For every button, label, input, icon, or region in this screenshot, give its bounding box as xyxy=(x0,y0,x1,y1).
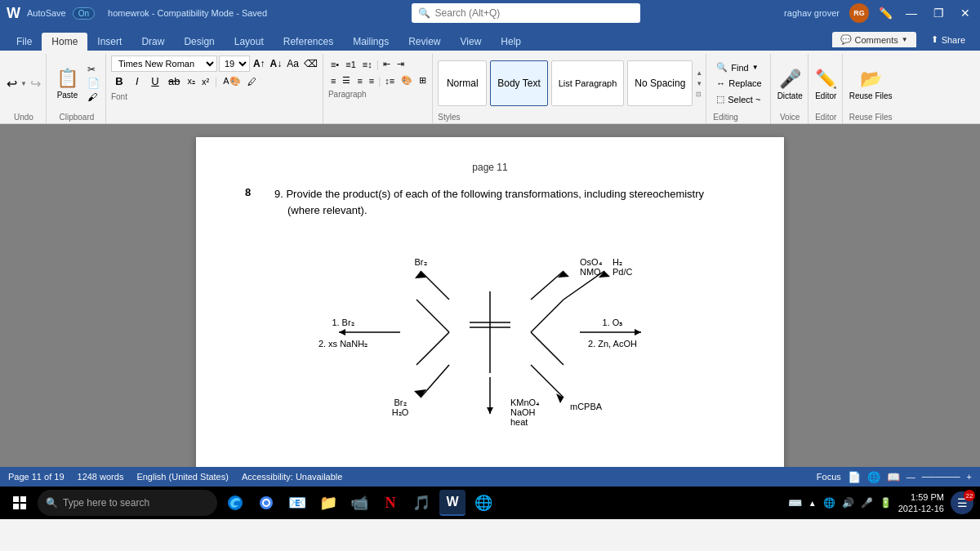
tab-mailings[interactable]: Mailings xyxy=(343,33,399,51)
highlight-btn[interactable]: 🖊 xyxy=(245,75,259,88)
taskbar-edge[interactable] xyxy=(222,490,248,516)
focus-btn[interactable]: Focus xyxy=(817,472,841,482)
paste-btn[interactable]: 📋 Paste xyxy=(51,56,83,111)
taskbar-folder[interactable]: 📁 xyxy=(315,490,341,516)
pen-icon[interactable]: ✏️ xyxy=(879,7,893,20)
taskbar-netflix[interactable]: N xyxy=(377,490,403,516)
superscript-btn[interactable]: x² xyxy=(199,75,212,88)
taskbar-word[interactable]: W xyxy=(439,490,466,516)
underline-btn[interactable]: U xyxy=(147,73,163,89)
select-btn[interactable]: ⬚ Select ~ xyxy=(713,92,764,106)
replace-btn[interactable]: ↔ Replace xyxy=(713,77,764,90)
notification-badge[interactable]: ☰ 22 xyxy=(951,491,973,514)
strikethrough-btn[interactable]: ab xyxy=(165,73,183,89)
taskbar-earth[interactable]: 🌐 xyxy=(470,490,497,516)
align-left-btn[interactable]: ≡ xyxy=(328,74,338,87)
zoom-out-btn[interactable]: — xyxy=(906,472,915,482)
align-right-btn[interactable]: ≡ xyxy=(354,74,364,87)
titlebar: W AutoSave On homewrok - Compatibility M… xyxy=(0,0,980,26)
tab-view[interactable]: View xyxy=(451,33,492,51)
undo-arrow[interactable]: ▼ xyxy=(20,80,27,87)
tab-file[interactable]: File xyxy=(7,33,42,51)
comments-btn[interactable]: 💬 Comments ▼ xyxy=(832,32,916,47)
font-size-select[interactable]: 19 xyxy=(219,56,250,72)
search-input[interactable] xyxy=(435,7,634,19)
user-avatar[interactable]: RG xyxy=(849,3,869,23)
view-mode-read[interactable]: 📖 xyxy=(887,471,900,483)
minimize-btn[interactable]: — xyxy=(902,7,920,20)
styles-scroll-up[interactable]: ▲ xyxy=(696,69,702,77)
copy-btn[interactable]: 📄 xyxy=(85,77,102,90)
taskbar-meet[interactable]: 📹 xyxy=(346,490,372,516)
font-color-btn[interactable]: A🎨 xyxy=(220,74,243,88)
justify-btn[interactable]: ≡ xyxy=(367,74,376,87)
bullets-btn[interactable]: ≡• xyxy=(328,58,341,71)
tab-help[interactable]: Help xyxy=(491,33,531,51)
restore-btn[interactable]: ❐ xyxy=(930,7,947,20)
line-spacing-btn[interactable]: ↕≡ xyxy=(382,74,397,87)
tab-insert[interactable]: Insert xyxy=(87,33,131,51)
tab-draw[interactable]: Draw xyxy=(131,33,174,51)
grow-font-btn[interactable]: A↑ xyxy=(252,56,267,71)
keyboard-icon[interactable]: ⌨️ xyxy=(788,496,802,509)
cut-btn[interactable]: ✂ xyxy=(85,63,102,76)
numbering-btn[interactable]: ≡1 xyxy=(343,58,359,71)
increase-indent-btn[interactable]: ⇥ xyxy=(394,57,407,71)
style-list-paragraph[interactable]: List Paragraph xyxy=(551,60,625,106)
view-mode-web[interactable]: 🌐 xyxy=(867,471,880,483)
shrink-font-btn[interactable]: A↓ xyxy=(269,56,284,71)
share-btn[interactable]: ⬆ Share xyxy=(923,32,973,47)
battery-icon[interactable]: 🔋 xyxy=(880,497,892,509)
accessibility-btn[interactable]: Accessibility: Unavailable xyxy=(242,472,343,482)
up-arrow-icon[interactable]: ▲ xyxy=(808,499,817,508)
bold-btn[interactable]: B xyxy=(111,73,127,89)
taskbar-app1[interactable]: 🎵 xyxy=(408,490,434,516)
clear-format-btn[interactable]: ⌫ xyxy=(302,56,319,71)
multilevel-btn[interactable]: ≡↕ xyxy=(360,58,375,71)
font-name-select[interactable]: Times New Roman xyxy=(111,56,217,72)
italic-btn[interactable]: I xyxy=(129,73,145,89)
svg-line-1 xyxy=(416,300,449,332)
format-painter-btn[interactable]: 🖌 xyxy=(85,91,102,104)
styles-scroll-down[interactable]: ▼ xyxy=(696,80,702,87)
search-taskbar[interactable]: 🔍 Type here to search xyxy=(38,490,217,516)
voice-content: 🎤 Dictate xyxy=(777,56,803,113)
start-btn[interactable] xyxy=(7,490,33,516)
autosave-toggle[interactable]: On xyxy=(73,7,95,20)
tab-design[interactable]: Design xyxy=(174,33,224,51)
taskbar-chrome[interactable] xyxy=(253,490,279,516)
dictate-btn[interactable]: 🎤 Dictate xyxy=(777,69,803,100)
language-btn[interactable]: English (United States) xyxy=(136,472,229,482)
tab-references[interactable]: References xyxy=(274,33,343,51)
taskbar-mail[interactable]: 📧 xyxy=(284,490,310,516)
style-normal[interactable]: Normal xyxy=(438,60,487,106)
redo-btn[interactable]: ↪ xyxy=(29,74,42,93)
zoom-in-btn[interactable]: + xyxy=(967,472,972,482)
reuse-files-btn[interactable]: 📂 Reuse Files xyxy=(849,69,893,100)
align-center-btn[interactable]: ☰ xyxy=(340,73,353,87)
svg-text:KMnO₄: KMnO₄ xyxy=(510,398,540,407)
tab-layout[interactable]: Layout xyxy=(225,33,274,51)
style-body-text[interactable]: Body Text xyxy=(490,60,547,106)
style-no-spacing[interactable]: No Spacing xyxy=(627,60,693,106)
tab-review[interactable]: Review xyxy=(399,33,450,51)
border-btn[interactable]: ⊞ xyxy=(416,73,429,87)
sound-icon[interactable]: 🔊 xyxy=(842,497,854,509)
editor-btn[interactable]: ✏️ Editor xyxy=(815,69,837,100)
change-case-btn[interactable]: Aa xyxy=(285,56,301,71)
tab-home[interactable]: Home xyxy=(42,33,87,51)
styles-expand[interactable]: ⊡ xyxy=(696,91,702,98)
ribbon-toolbar: ↩ ▼ ↪ Undo 📋 Paste ✂ 📄 🖌 Clipboard Times… xyxy=(0,51,980,124)
subscript-btn[interactable]: x₂ xyxy=(185,74,198,88)
shading-btn[interactable]: 🎨 xyxy=(399,73,415,87)
network-icon[interactable]: 🌐 xyxy=(823,497,835,509)
datetime-display[interactable]: 1:59 PM 2021-12-16 xyxy=(898,491,944,515)
undo-btn[interactable]: ↩ xyxy=(5,74,19,93)
view-mode-normal[interactable]: 📄 xyxy=(848,471,861,483)
mic-icon[interactable]: 🎤 xyxy=(861,497,873,509)
search-taskbar-icon: 🔍 xyxy=(46,497,58,509)
decrease-indent-btn[interactable]: ⇤ xyxy=(381,57,393,71)
svg-rect-40 xyxy=(20,496,26,502)
find-btn[interactable]: 🔍 Find ▼ xyxy=(713,60,764,74)
close-btn[interactable]: ✕ xyxy=(957,7,973,20)
